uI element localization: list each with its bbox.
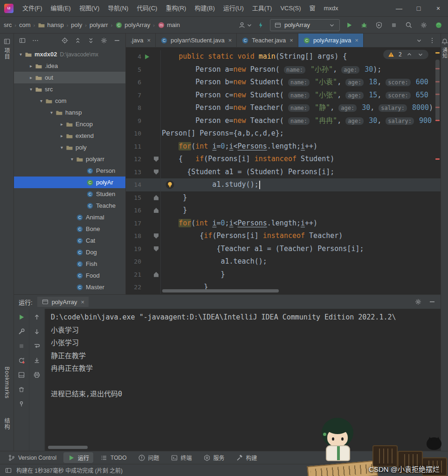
code-area[interactable]: 4 public static void main(String[] args)…: [126, 48, 441, 294]
tool-window-button-运行[interactable]: 运行: [63, 452, 93, 463]
menu-item[interactable]: 视图(V): [75, 0, 103, 17]
down-icon[interactable]: [33, 328, 41, 335]
fold-marker-icon[interactable]: [154, 272, 159, 277]
locate-icon[interactable]: [61, 37, 69, 44]
tool-window-button-问题[interactable]: 问题: [134, 452, 164, 463]
hide-icon[interactable]: [428, 298, 436, 306]
tree-row[interactable]: CCat: [14, 235, 125, 246]
code-line[interactable]: 16 }: [126, 204, 441, 217]
fold-marker-icon[interactable]: [154, 170, 159, 175]
tree-row[interactable]: CpolyAr: [14, 177, 125, 188]
menu-item[interactable]: 窗: [305, 0, 320, 17]
code-line[interactable]: 10Person[] Persons={a,b,c,d,e};: [126, 127, 441, 140]
code-line[interactable]: 21 }: [126, 268, 441, 281]
tree-row[interactable]: ▾mxdx02D:\javacode\mx: [14, 48, 125, 60]
fold-marker-icon[interactable]: [154, 195, 159, 200]
tree-row[interactable]: ▸out: [14, 72, 125, 83]
close-icon[interactable]: ×: [147, 37, 151, 44]
menu-item[interactable]: VCS(S): [276, 0, 305, 17]
editor-tab[interactable]: .java×: [126, 34, 156, 47]
close-button[interactable]: ×: [428, 0, 448, 17]
code-line[interactable]: 20 a1.teach();: [126, 255, 441, 268]
horizontal-scrollbar[interactable]: [162, 289, 279, 292]
view-options-icon[interactable]: [19, 37, 26, 44]
gutter-run-icon[interactable]: [143, 53, 151, 61]
breadcrumb-item[interactable]: polyarr: [90, 21, 108, 28]
breadcrumb-item[interactable]: hansp: [38, 21, 63, 29]
run-configuration-select[interactable]: polyArray: [270, 19, 340, 31]
tree-row[interactable]: ▾com: [14, 95, 125, 107]
tree-row[interactable]: ▾polyarr: [14, 153, 125, 165]
tool-window-button-structure[interactable]: 结构: [0, 415, 14, 432]
chevron-down-icon[interactable]: ▾: [37, 98, 45, 103]
close-icon[interactable]: ×: [81, 299, 85, 306]
run-button[interactable]: [344, 20, 355, 31]
chevron-right-icon[interactable]: ▸: [27, 75, 35, 80]
tree-row[interactable]: CMaster: [14, 281, 125, 293]
up-icon[interactable]: [33, 313, 41, 321]
maximize-button[interactable]: □: [409, 0, 428, 17]
tool-window-button-version-control[interactable]: Version Control: [4, 453, 61, 463]
menu-item[interactable]: mxdx: [320, 0, 343, 17]
fold-marker-icon[interactable]: [154, 233, 159, 238]
chevron-up-icon[interactable]: [406, 51, 413, 58]
menu-item[interactable]: 导航(N): [103, 0, 132, 17]
wrench-icon[interactable]: [18, 328, 25, 335]
tool-window-button-todo[interactable]: TODO: [96, 453, 131, 463]
close-icon[interactable]: ×: [289, 37, 293, 44]
breadcrumb-item[interactable]: com: [19, 21, 31, 28]
tree-row[interactable]: ▸Encop: [14, 118, 125, 130]
more-icon[interactable]: [32, 37, 39, 44]
breadcrumb-item[interactable]: CpolyArray: [115, 21, 150, 29]
settings-button[interactable]: [418, 20, 429, 31]
tool-window-button-服务[interactable]: 服务: [199, 452, 229, 463]
intention-bulb-icon[interactable]: [165, 180, 174, 189]
chevron-down-icon[interactable]: [415, 37, 423, 44]
tree-row[interactable]: CFood: [14, 270, 125, 281]
stop-button[interactable]: [388, 20, 400, 31]
tree-row[interactable]: CDog: [14, 246, 125, 258]
tree-row[interactable]: ▾hansp: [14, 107, 125, 118]
expand-all-icon[interactable]: [74, 37, 82, 44]
settings-icon[interactable]: [414, 298, 422, 306]
pin-icon[interactable]: [18, 400, 25, 408]
console-scrollbar[interactable]: [48, 446, 88, 449]
vertical-scrollbar[interactable]: [435, 60, 440, 120]
editor-tab[interactable]: CpolyArray.java×: [298, 34, 364, 47]
editor-tab[interactable]: CTeacher.java×: [237, 34, 298, 47]
breadcrumb-item[interactable]: mmain: [158, 21, 180, 29]
tree-row[interactable]: CBone: [14, 223, 125, 235]
chevron-right-icon[interactable]: ▸: [27, 63, 35, 68]
code-line[interactable]: 5 Person a=new Person( name: "小孙", age: …: [126, 63, 441, 76]
chevron-down-icon[interactable]: ▾: [58, 145, 66, 150]
menu-item[interactable]: 重构(R): [161, 0, 190, 17]
inspections-widget[interactable]: 2: [383, 50, 428, 59]
tool-window-button-构建[interactable]: 构建: [232, 452, 262, 463]
fold-marker-icon[interactable]: [154, 246, 159, 252]
soft-wrap-icon[interactable]: [33, 342, 41, 350]
menu-item[interactable]: 运行(U): [219, 0, 248, 17]
user-button[interactable]: [240, 20, 251, 31]
breadcrumb-item[interactable]: src: [4, 21, 12, 28]
chevron-down-icon[interactable]: ▾: [27, 87, 35, 92]
menu-item[interactable]: 文件(F): [18, 0, 47, 17]
tree-row[interactable]: CPerson: [14, 165, 125, 177]
chevron-right-icon[interactable]: ▸: [58, 133, 66, 138]
tool-window-button-终端[interactable]: 终端: [166, 452, 196, 463]
close-icon[interactable]: ×: [228, 37, 232, 44]
console-output[interactable]: D:\code\bin\java.exe "-javaagent:D:\IDEA…: [45, 309, 441, 451]
print-icon[interactable]: [33, 371, 41, 379]
tree-row[interactable]: ▾src: [14, 83, 125, 95]
scroll-end-icon[interactable]: [33, 357, 41, 364]
tool-window-button-notifications[interactable]: 通知: [441, 35, 448, 61]
code-line[interactable]: 19 {Teacher a1 = (Teacher) Persons[i];: [126, 243, 441, 256]
tree-row[interactable]: CStuden: [14, 188, 125, 200]
code-line[interactable]: 13 {Student a1 = (Student) Persons[i];: [126, 166, 441, 179]
tree-row[interactable]: ▸extend: [14, 130, 125, 142]
minimize-button[interactable]: —: [389, 0, 409, 17]
code-line[interactable]: 6 Person b=new Student( name: "小袁", age:…: [126, 76, 441, 89]
menu-item[interactable]: 构建(B): [190, 0, 219, 17]
code-line[interactable]: 8 Person d=new Teacher( name: "静", age: …: [126, 102, 441, 115]
run-tab[interactable]: polyArray ×: [37, 297, 89, 307]
editor[interactable]: 4 public static void main(String[] args)…: [126, 48, 441, 294]
